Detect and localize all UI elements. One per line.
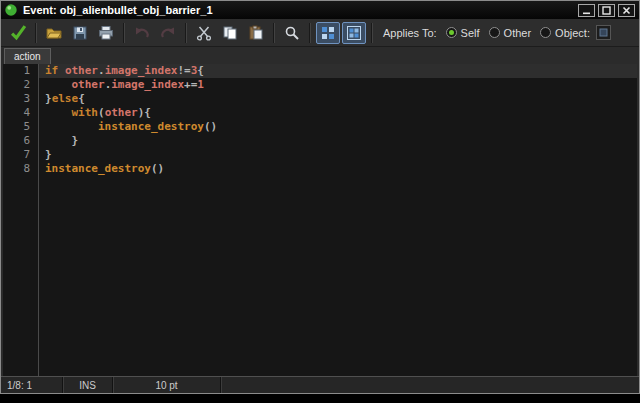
copy-icon [222, 25, 238, 41]
cut-button[interactable] [192, 22, 216, 44]
applies-to-group: SelfOtherObject: [446, 27, 590, 39]
check-icon [10, 24, 27, 41]
radio-label: Self [461, 27, 480, 39]
code-line[interactable]: 6 } [3, 134, 637, 148]
grid2-icon [346, 25, 362, 41]
toolbar-separator [123, 23, 125, 43]
event-editor-window: Event: obj_alienbullet_obj_barrier_1 App… [0, 0, 640, 394]
status-bar: 1/8: 1 INS 10 pt [1, 376, 639, 393]
radio-icon [446, 27, 457, 38]
toolbar: Applies To: SelfOtherObject: [1, 19, 639, 47]
printer-icon [98, 25, 114, 41]
ok-button[interactable] [6, 22, 30, 44]
line-number: 6 [3, 134, 39, 148]
magnifier-icon [284, 25, 300, 41]
title-bar[interactable]: Event: obj_alienbullet_obj_barrier_1 [1, 1, 639, 19]
insert-mode-status: INS [63, 377, 113, 393]
scissors-icon [196, 25, 212, 41]
code-line-text: } [39, 134, 637, 148]
code-line-text: instance_destroy() [39, 162, 637, 176]
applies-to-section: Applies To: SelfOtherObject: [383, 25, 611, 40]
redo-button[interactable] [156, 22, 180, 44]
paste-button[interactable] [244, 22, 268, 44]
toolbar-separator [371, 23, 373, 43]
toolbar-separator [309, 23, 311, 43]
window-title: Event: obj_alienbullet_obj_barrier_1 [23, 4, 573, 16]
code-line-text: instance_destroy() [39, 120, 637, 134]
gutter-divider [38, 64, 39, 376]
code-line[interactable]: 3}else{ [3, 92, 637, 106]
grid-icon [320, 25, 336, 41]
code-line[interactable]: 8instance_destroy() [3, 162, 637, 176]
toolbar-separator [185, 23, 187, 43]
line-number: 5 [3, 120, 39, 134]
floppy-icon [72, 25, 88, 41]
load-button[interactable] [42, 22, 66, 44]
paste-icon [248, 25, 264, 41]
line-number: 8 [3, 162, 39, 176]
gamemaker-icon [4, 3, 18, 17]
close-button[interactable] [618, 4, 635, 17]
code-line-text: }else{ [39, 92, 637, 106]
window-controls [578, 4, 636, 17]
line-number: 1 [3, 64, 39, 78]
toolbar-buttons [5, 22, 367, 44]
status-filler [221, 377, 639, 393]
line-number: 3 [3, 92, 39, 106]
line-numbers-toggle[interactable] [316, 22, 340, 44]
line-number: 7 [3, 148, 39, 162]
code-line[interactable]: 5 instance_destroy() [3, 120, 637, 134]
code-editor[interactable]: 1if other.image_index!=3{2 other.image_i… [3, 64, 637, 376]
syntax-colors-toggle[interactable] [342, 22, 366, 44]
code-line-text: with(other){ [39, 106, 637, 120]
code-line[interactable]: 4 with(other){ [3, 106, 637, 120]
tab-bar: action [1, 47, 639, 64]
save-button[interactable] [68, 22, 92, 44]
code-line-text: } [39, 148, 637, 162]
applies-to-object-radio[interactable]: Object: [540, 27, 590, 39]
applies-to-other-radio[interactable]: Other [489, 27, 532, 39]
toolbar-separator [273, 23, 275, 43]
print-button[interactable] [94, 22, 118, 44]
toolbar-separator [35, 23, 37, 43]
copy-button[interactable] [218, 22, 242, 44]
radio-label: Object: [555, 27, 590, 39]
minimize-button[interactable] [578, 4, 595, 17]
undo-icon [134, 25, 150, 41]
find-button[interactable] [280, 22, 304, 44]
code-line-text: other.image_index+=1 [39, 78, 637, 92]
undo-button[interactable] [130, 22, 154, 44]
code-lines: 1if other.image_index!=3{2 other.image_i… [3, 64, 637, 176]
radio-icon [540, 27, 551, 38]
open-folder-icon [46, 25, 62, 41]
radio-icon [489, 27, 500, 38]
applies-to-label: Applies To: [383, 27, 437, 39]
code-line[interactable]: 7} [3, 148, 637, 162]
code-line[interactable]: 2 other.image_index+=1 [3, 78, 637, 92]
code-line[interactable]: 1if other.image_index!=3{ [3, 64, 637, 78]
redo-icon [160, 25, 176, 41]
object-picker-button[interactable] [596, 25, 611, 40]
line-number: 4 [3, 106, 39, 120]
radio-label: Other [504, 27, 532, 39]
tab-action[interactable]: action [4, 48, 51, 64]
caret-position-status: 1/8: 1 [1, 377, 63, 393]
line-number: 2 [3, 78, 39, 92]
maximize-button[interactable] [598, 4, 615, 17]
font-size-status: 10 pt [113, 377, 221, 393]
applies-to-self-radio[interactable]: Self [446, 27, 480, 39]
code-line-text: if other.image_index!=3{ [39, 64, 637, 78]
